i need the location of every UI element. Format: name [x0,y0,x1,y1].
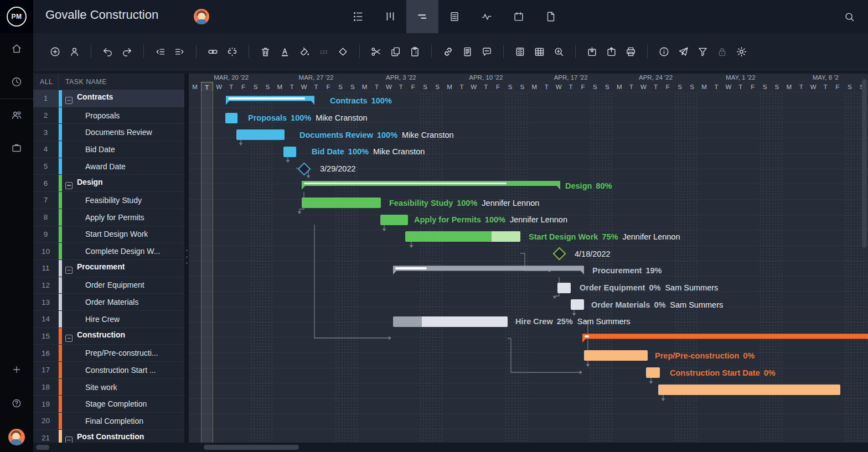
tab-view-activity[interactable] [471,0,503,33]
gantt-summary-bar[interactable] [393,266,584,274]
gantt-summary-bar[interactable] [302,181,560,190]
collapse-toggle-icon[interactable] [65,335,73,342]
gantt-task-bar[interactable] [571,299,584,310]
numbers-button[interactable]: 123 [314,41,333,61]
task-row[interactable]: 14Hire Crew [33,311,184,328]
zoom-in-button[interactable] [549,41,569,61]
gantt-canvas[interactable]: Contracts100%Proposals100%Mike CranstonD… [189,92,868,443]
column-header-task-name[interactable]: TASK NAME [59,78,107,86]
rail-item-portfolio[interactable] [0,137,33,159]
search-button[interactable] [840,8,858,25]
task-row[interactable]: 2Proposals [33,107,184,124]
gantt-task-bar[interactable] [283,147,296,157]
task-row[interactable]: 10Complete Design W... [33,243,184,260]
gantt-task-bar[interactable] [393,316,508,327]
milestone-date-label: 3/29/2022 [320,164,356,173]
fill-color-button[interactable] [294,41,314,61]
task-row[interactable]: 18Site work [33,379,184,396]
task-row[interactable]: 20Final Completion [33,413,184,430]
collapse-toggle-icon[interactable] [65,267,73,274]
notes-button[interactable] [458,41,477,61]
task-row[interactable]: 15Construction [33,328,184,345]
rail-item-help[interactable] [0,392,33,414]
task-row[interactable]: 8Apply for Permits [33,209,184,226]
gantt-summary-bar[interactable] [226,96,314,105]
add-task-button[interactable] [45,41,65,61]
collapse-toggle-icon[interactable] [65,97,73,104]
gantt-task-bar[interactable] [646,367,660,378]
print-button[interactable] [621,41,640,61]
task-row[interactable]: 16Prep/Pre-constructi... [33,345,184,362]
gantt-summary-bar[interactable] [582,334,868,342]
gantt-task-bar[interactable] [380,215,408,225]
indent-button[interactable] [170,41,189,61]
grid-button[interactable] [530,41,549,61]
milestone-button[interactable] [333,41,353,61]
comment-button[interactable] [477,41,497,61]
task-list-hscroll-thumb[interactable] [36,445,49,450]
import-button[interactable] [582,41,602,61]
link-tasks-button[interactable] [203,41,223,61]
project-owner-avatar[interactable] [194,9,209,24]
app-logo[interactable]: PM [0,0,33,33]
rail-avatar[interactable] [0,426,33,448]
task-row[interactable]: 11Procurement [33,260,184,277]
tab-view-list[interactable] [342,0,374,33]
task-row[interactable]: 21Post Construction [33,430,184,443]
vertical-scrollbar-thumb[interactable] [862,79,867,248]
task-row[interactable]: 6Design [33,175,184,192]
rail-item-add[interactable] [0,359,33,381]
vertical-scrollbar[interactable] [862,74,867,443]
assign-user-button[interactable] [65,41,84,61]
cut-button[interactable] [366,41,386,61]
collapse-toggle-icon[interactable] [65,437,73,443]
gantt-task-bar[interactable] [225,113,237,123]
info-button[interactable] [654,41,674,61]
task-row[interactable]: 19Stage Completion [33,396,184,413]
text-color-button[interactable] [275,41,294,61]
tab-view-calendar[interactable] [503,0,535,33]
tab-view-sheet[interactable] [438,0,471,33]
gantt-task-bar[interactable] [557,283,571,293]
timeline-day-cell: W [638,82,650,92]
export-button[interactable] [602,41,621,61]
task-row[interactable]: 9Start Design Work [33,226,184,243]
outdent-button[interactable] [151,41,170,61]
collapse-toggle-icon[interactable] [65,182,73,189]
task-row[interactable]: 5Award Date [33,158,184,175]
tab-view-gantt[interactable] [406,0,438,33]
chart-hscroll-thumb[interactable] [204,445,299,450]
gantt-task-bar[interactable] [236,129,285,140]
lock-button[interactable] [712,41,732,61]
task-row[interactable]: 12Order Equipment [33,277,184,294]
share-button[interactable] [674,41,693,61]
task-row[interactable]: 7Feasibility Study [33,192,184,209]
tab-view-board[interactable] [374,0,406,33]
tab-view-page[interactable] [535,0,567,33]
filter-button[interactable] [693,41,712,61]
redo-button[interactable] [117,41,137,61]
paste-button[interactable] [405,41,425,61]
horizontal-scrollbar[interactable] [33,443,868,452]
rail-item-recent[interactable] [0,71,33,93]
delete-button[interactable] [256,41,275,61]
column-header-all[interactable]: ALL [33,74,59,90]
rail-item-home[interactable] [0,38,33,60]
undo-button[interactable] [98,41,117,61]
task-row[interactable]: 17Construction Start ... [33,362,184,379]
gantt-task-bar[interactable] [584,350,648,361]
attachment-button[interactable] [438,41,458,61]
rail-item-team[interactable] [0,104,33,126]
gantt-task-bar[interactable] [405,231,520,242]
columns-button[interactable] [510,41,530,61]
task-row[interactable]: 13Order Materials [33,294,184,311]
settings-button[interactable] [732,41,751,61]
unlink-tasks-button[interactable] [223,41,242,61]
task-row[interactable]: 4Bid Date [33,141,184,158]
task-row[interactable]: 1Contracts [33,90,184,107]
gantt-task-bar[interactable] [302,198,381,208]
task-row[interactable]: 3Documents Review [33,124,184,141]
copy-button[interactable] [386,41,405,61]
gantt-task-bar[interactable] [658,385,840,395]
panel-splitter[interactable] [184,74,189,443]
